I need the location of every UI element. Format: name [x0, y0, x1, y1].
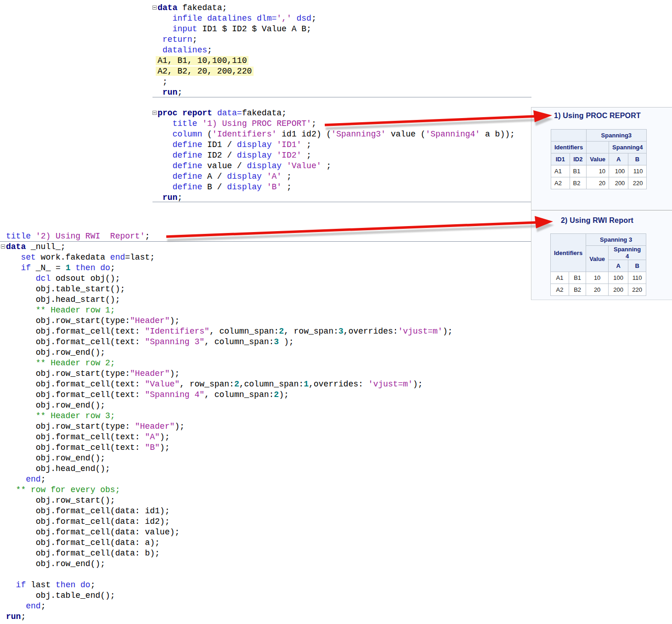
table-row: Spanning3 [551, 130, 647, 142]
collapse-minus-icon[interactable] [1, 244, 5, 249]
arrow-shadow [326, 114, 553, 129]
code-line: obj.format_cell(data: value); [1, 527, 180, 538]
code-line: obj.format_cell(data: id1); [1, 506, 169, 516]
table-row: A2B220200220 [551, 177, 647, 189]
header-cell: Value [586, 246, 609, 272]
output-panel-proc-report: 1) Using PROC REPORT Spanning3Identifier… [531, 107, 672, 211]
editor-section-divider [152, 202, 531, 202]
code-line: obj.format_cell(text: "Identifiers", col… [1, 326, 452, 337]
table-row: A1B110100110 [551, 272, 646, 284]
header-cell: A [609, 153, 628, 165]
header-cell: Identifiers [551, 234, 586, 272]
code-line: ** Header row 3; [1, 411, 115, 421]
data-cell: 220 [628, 177, 646, 189]
arrow-to-proc-report-output [325, 110, 552, 125]
code-line: obj.head_end(); [1, 464, 110, 474]
code-line: ** Header row 1; [1, 305, 115, 316]
data-cell: B2 [570, 177, 587, 189]
data-cell: A1 [551, 165, 570, 177]
code-line: ; [152, 77, 168, 87]
code-line: obj.row_start(); [1, 495, 115, 506]
code-line: column ('Identifiers' id1 id2) ('Spannin… [152, 129, 515, 140]
data-cell: 10 [587, 165, 609, 177]
data-cell: 20 [587, 177, 609, 189]
header-cell: ID2 [570, 153, 587, 165]
output-panel-rwi-report: 2) Using RWI Report IdentifiersSpanning … [531, 210, 672, 300]
code-line: obj.row_end(); [1, 400, 105, 411]
data-cell: 10 [586, 272, 609, 284]
rwi-report-output-table: IdentifiersSpanning 3ValueSpanning 4ABA1… [550, 233, 646, 296]
proc-report-output-table: Spanning3IdentifiersSpanning4ID1ID2Value… [551, 129, 647, 189]
code-line: dcl odsout obj(); [1, 273, 120, 284]
table-row: IdentifiersSpanning 3 [551, 234, 646, 246]
code-line: obj.format_cell(text: "A"); [1, 432, 169, 442]
code-line: run; [152, 87, 182, 98]
code-line: A2, B2, 20, 200,220 [152, 66, 254, 77]
code-line: obj.format_cell(text: "B"); [1, 442, 169, 453]
table-row: A1B110100110 [551, 165, 647, 177]
collapse-minus-icon[interactable] [152, 6, 157, 10]
code-line: obj.format_cell(data: id2); [1, 516, 169, 527]
header-cell [587, 142, 609, 153]
data-cell: 220 [628, 284, 646, 296]
code-line: obj.row_start(type:"Header"); [1, 316, 180, 326]
output-title-proc-report: 1) Using PROC REPORT [551, 112, 644, 120]
collapse-minus-icon[interactable] [152, 111, 157, 115]
code-line: end; [1, 474, 45, 485]
header-cell: A [609, 260, 628, 272]
code-line: define A / display 'A' ; [152, 171, 292, 182]
arrow-shadow [167, 220, 554, 240]
code-line: obj.row_start(type: "Header"); [1, 421, 185, 432]
code-line: return; [152, 34, 197, 45]
code-line: define B / display 'B' ; [152, 182, 292, 193]
code-line: set work.fakedata end=last; [1, 252, 155, 263]
code-line: ** row for every obs; [1, 485, 120, 495]
data-cell: 20 [586, 284, 609, 296]
code-line: obj.table_start(); [1, 284, 125, 295]
code-line: obj.head_start(); [1, 295, 120, 305]
data-cell: B1 [570, 165, 587, 177]
arrow-to-rwi-output [166, 216, 553, 237]
table-row: A2B220200220 [551, 284, 646, 296]
editor-section-divider [0, 241, 531, 242]
code-line: obj.row_start(type:"Header"); [1, 369, 180, 379]
code-line: obj.format_cell(data: b); [1, 548, 160, 559]
code-line: obj.format_cell(data: a); [1, 538, 160, 548]
header-cell: Spanning 3 [586, 234, 646, 246]
editor-section-divider [152, 97, 531, 97]
data-cell: 110 [628, 272, 646, 284]
header-cell: Spanning 4 [609, 246, 646, 260]
table-row: ID1ID2ValueAB [551, 153, 647, 165]
datalines-highlight: A2, B2, 20, 200,220 [156, 67, 254, 76]
code-line: title '1) Using PROC REPORT'; [152, 119, 316, 129]
code-line: obj.row_end(); [1, 347, 105, 358]
data-cell: A1 [551, 272, 569, 284]
data-cell: 200 [609, 284, 628, 296]
code-line: input ID1 $ ID2 $ Value A B; [152, 24, 311, 34]
code-line: end; [1, 601, 45, 612]
data-cell: 100 [609, 165, 628, 177]
code-line: define ID2 / display 'ID2' ; [152, 150, 311, 161]
code-line: ** Header row 2; [1, 358, 115, 369]
code-line: A1, B1, 10,100,110 [152, 56, 248, 66]
table-row: IdentifiersSpanning4 [551, 142, 647, 153]
code-line: data _null_; [1, 242, 66, 252]
header-cell: B [628, 260, 646, 272]
output-title-rwi-report: 2) Using RWI Report [550, 216, 644, 225]
datalines-highlight: A1, B1, 10,100,110 [156, 56, 248, 65]
code-line: obj.row_end(); [1, 453, 105, 464]
code-line: proc report data=fakedata; [152, 108, 287, 119]
data-cell: A2 [551, 177, 570, 189]
code-line: define value / display 'Value' ; [152, 161, 331, 171]
header-cell: ID1 [551, 153, 570, 165]
code-line: obj.table_end(); [1, 590, 115, 601]
code-line: obj.format_cell(text: "Spanning 3", colu… [1, 337, 294, 347]
header-cell [551, 130, 587, 142]
code-line: obj.format_cell(text: "Spanning 4", colu… [1, 390, 289, 400]
code-line: run; [1, 612, 26, 622]
code-line: define ID1 / display 'ID1' ; [152, 140, 311, 150]
header-cell: B [628, 153, 646, 165]
code-line: obj.format_cell(text: "Value", row_span:… [1, 379, 423, 390]
code-line: if last then do; [1, 580, 95, 590]
code-line: if _N_ = 1 then do; [1, 263, 115, 273]
